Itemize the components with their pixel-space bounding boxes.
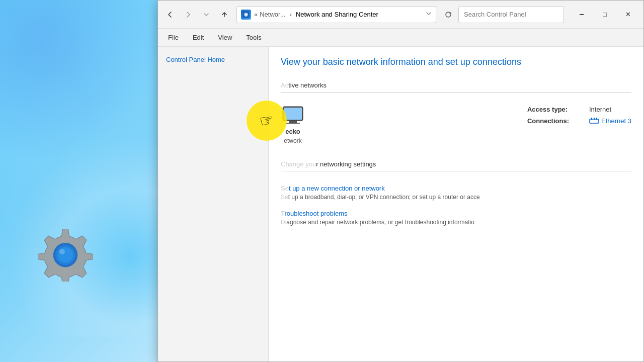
- new-connection-link[interactable]: t up a new connection or network: [289, 185, 385, 192]
- svg-rect-12: [591, 118, 592, 120]
- network-details: Access type: Connections: Internet: [527, 106, 631, 125]
- ethernet-link-text: Ethernet 3: [601, 117, 631, 125]
- settings-item-2: Troubleshoot problems Diagnose and repai…: [281, 209, 631, 226]
- settings-item-1: Set up a new connection or network Set u…: [281, 184, 631, 201]
- address-icon: [241, 10, 251, 20]
- network-name: ecko: [285, 128, 300, 135]
- menu-edit[interactable]: Edit: [187, 32, 210, 43]
- svg-rect-10: [286, 123, 300, 124]
- svg-rect-14: [596, 118, 597, 120]
- networking-settings-header: Change your networking settings: [281, 160, 631, 171]
- address-current-page: Network and Sharing Center: [296, 11, 378, 18]
- active-networks-title: Active networks: [281, 81, 327, 89]
- address-separator-1: ›: [290, 11, 292, 18]
- ethernet-link[interactable]: Ethernet 3: [589, 117, 631, 125]
- troubleshoot-link[interactable]: roubleshoot problems: [284, 210, 347, 217]
- menu-file[interactable]: File: [162, 32, 185, 43]
- sidebar: Control Panel Home: [158, 47, 269, 361]
- access-type-row: Access type: Connections:: [527, 106, 569, 125]
- svg-point-3: [59, 249, 65, 254]
- cursor-indicator: ☞: [247, 101, 287, 141]
- menu-tools[interactable]: Tools: [240, 32, 267, 43]
- titlebar: « Networ... › Network and Sharing Center: [158, 1, 643, 29]
- svg-point-6: [245, 14, 247, 16]
- ethernet-icon: [589, 118, 599, 125]
- desktop-background: ☞ The GEEK Page: [0, 0, 644, 362]
- connections-label: Connections:: [527, 117, 569, 125]
- dropdown-button[interactable]: [198, 7, 214, 23]
- access-type-label: Access type:: [527, 106, 569, 113]
- svg-rect-9: [289, 121, 297, 123]
- address-dropdown-icon[interactable]: [426, 11, 432, 18]
- address-breadcrumb: « Networ... › Network and Sharing Center: [254, 11, 378, 18]
- svg-point-2: [58, 247, 73, 263]
- network-card: ecko etwork Access type: Connections: In…: [281, 100, 631, 150]
- window-content: Control Panel Home View your basic netwo…: [158, 47, 643, 361]
- troubleshoot-desc: Diagnose and repair network problems, or…: [281, 219, 631, 226]
- hand-cursor-icon: ☞: [258, 112, 275, 130]
- address-prefix: «: [254, 11, 258, 18]
- control-panel-window: « Networ... › Network and Sharing Center: [157, 0, 644, 362]
- address-truncated: Networ...: [260, 11, 285, 18]
- page-title: View your basic network information and …: [281, 57, 631, 71]
- maximize-button[interactable]: □: [593, 6, 616, 23]
- access-type-value: Internet: [589, 106, 631, 113]
- close-button[interactable]: ✕: [616, 6, 639, 23]
- minimize-button[interactable]: −: [570, 6, 593, 23]
- new-connection-desc: Set up a broadband, dial-up, or VPN conn…: [281, 194, 631, 201]
- up-button[interactable]: [216, 7, 232, 23]
- settings-section: Set up a new connection or network Set u…: [281, 184, 631, 226]
- refresh-button[interactable]: [440, 7, 456, 23]
- back-button[interactable]: [162, 7, 178, 23]
- svg-rect-11: [590, 119, 599, 123]
- settings-gear-icon[interactable]: [38, 226, 93, 282]
- forward-button[interactable]: [180, 7, 196, 23]
- menubar: File Edit View Tools: [158, 29, 643, 47]
- menu-view[interactable]: View: [212, 32, 238, 43]
- access-type-values: Internet Ethernet 3: [589, 106, 631, 125]
- network-type: etwork: [284, 137, 301, 144]
- main-content: View your basic network information and …: [269, 47, 643, 361]
- active-networks-header: Active networks: [281, 81, 631, 93]
- search-input[interactable]: [458, 6, 564, 23]
- svg-rect-13: [594, 118, 595, 120]
- sidebar-control-panel-home[interactable]: Control Panel Home: [158, 53, 268, 66]
- address-bar[interactable]: « Networ... › Network and Sharing Center: [236, 6, 436, 23]
